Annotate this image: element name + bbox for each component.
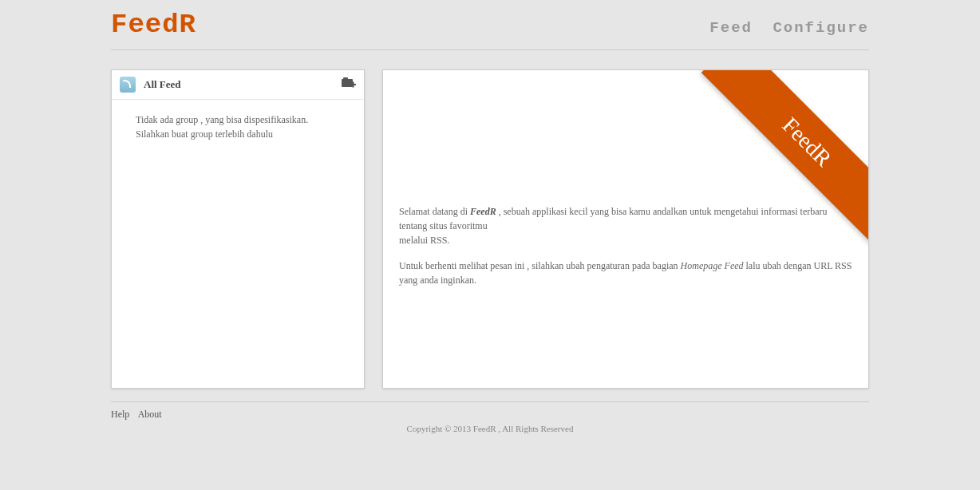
footer: Help About Copyright © 2013 FeedR , All … — [111, 401, 869, 433]
welcome-paragraph-1: Selamat datang di FeedR , sebuah applika… — [399, 204, 852, 247]
feed-icon — [120, 77, 136, 93]
header-nav: Feed Configure — [700, 19, 869, 37]
welcome-brand: FeedR — [470, 206, 496, 217]
welcome-body: Selamat datang di FeedR , sebuah applika… — [383, 70, 868, 314]
empty-message-line2: Silahkan buat group terlebih dahulu — [136, 127, 340, 141]
copyright: Copyright © 2013 FeedR , All Rights Rese… — [111, 424, 869, 433]
nav-configure-link[interactable]: Configure — [773, 19, 869, 37]
content-panel: FeedR Selamat datang di FeedR , sebuah a… — [382, 69, 869, 389]
add-group-icon[interactable] — [342, 77, 356, 89]
sidebar-title: All Feed — [144, 78, 181, 91]
sidebar-panel: All Feed Tidak ada group , yang bisa dis… — [111, 69, 365, 389]
sidebar-panel-header: All Feed — [112, 70, 364, 100]
welcome-paragraph-2: Untuk berhenti melihat pesan ini , silah… — [399, 259, 852, 287]
svg-rect-1 — [343, 77, 348, 80]
footer-links: Help About — [111, 409, 869, 421]
svg-rect-0 — [342, 79, 353, 87]
header: FeedR Feed Configure — [111, 10, 869, 50]
sidebar-body: Tidak ada group , yang bisa dispesifikas… — [112, 100, 364, 160]
footer-help-link[interactable]: Help — [111, 409, 129, 420]
svg-rect-3 — [353, 82, 354, 88]
nav-feed-link[interactable]: Feed — [709, 19, 753, 37]
logo[interactable]: FeedR — [111, 10, 196, 40]
instruction-emphasis: Homepage Feed — [681, 260, 744, 271]
empty-message-line1: Tidak ada group , yang bisa dispesifikas… — [136, 113, 340, 127]
footer-about-link[interactable]: About — [138, 409, 162, 420]
